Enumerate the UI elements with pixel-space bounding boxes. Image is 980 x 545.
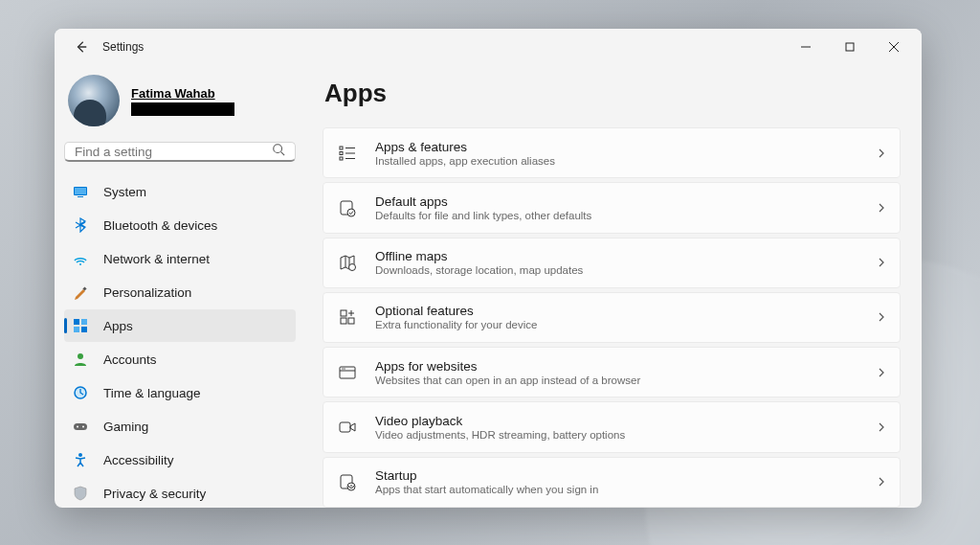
- sidebar-item-label: Accessibility: [103, 453, 174, 467]
- svg-point-39: [342, 368, 343, 369]
- svg-rect-7: [75, 188, 86, 194]
- card-text: Video playbackVideo adjustments, HDR str…: [375, 414, 859, 441]
- svg-point-9: [79, 263, 81, 265]
- apps-icon: [72, 317, 89, 334]
- minimize-icon: [801, 42, 811, 52]
- chevron-right-icon: [877, 473, 886, 490]
- svg-rect-17: [74, 423, 87, 430]
- profile-text: Fatima Wahab: [131, 86, 234, 116]
- profile-email-redacted: [131, 102, 234, 116]
- bluetooth-icon: [72, 216, 89, 234]
- settings-card-video-playback[interactable]: Video playbackVideo adjustments, HDR str…: [323, 401, 901, 452]
- sidebar-item-apps[interactable]: Apps: [64, 309, 296, 342]
- sidebar-item-personalization[interactable]: Personalization: [64, 276, 296, 308]
- card-subtitle: Extra functionality for your device: [375, 319, 859, 330]
- svg-rect-14: [81, 327, 87, 332]
- svg-rect-8: [78, 196, 83, 197]
- card-text: StartupApps that start automatically whe…: [375, 468, 859, 495]
- svg-rect-12: [81, 319, 87, 325]
- card-text: Optional featuresExtra functionality for…: [375, 304, 859, 330]
- settings-window: Settings Fatima Wahab: [55, 29, 922, 508]
- sidebar-item-time-language[interactable]: Time & language: [64, 376, 296, 409]
- back-arrow-icon: [75, 40, 88, 54]
- sidebar-item-label: Gaming: [103, 420, 148, 434]
- close-button[interactable]: [872, 33, 916, 61]
- settings-card-offline-maps[interactable]: Offline mapsDownloads, storage location,…: [323, 238, 901, 288]
- websites-icon: [337, 362, 358, 383]
- back-button[interactable]: [68, 34, 95, 60]
- card-text: Default appsDefaults for file and link t…: [375, 194, 859, 221]
- card-subtitle: Defaults for file and link types, other …: [375, 210, 859, 221]
- svg-rect-33: [341, 318, 346, 324]
- svg-point-20: [78, 453, 82, 457]
- svg-rect-34: [348, 318, 354, 324]
- svg-point-28: [347, 209, 355, 216]
- chevron-right-icon: [877, 199, 886, 216]
- sidebar-item-label: System: [103, 185, 146, 199]
- sidebar-item-network-internet[interactable]: Network & internet: [64, 242, 296, 275]
- settings-card-optional-features[interactable]: Optional featuresExtra functionality for…: [323, 292, 901, 343]
- sidebar-item-label: Privacy & security: [103, 487, 206, 501]
- settings-card-apps-features[interactable]: Apps & featuresInstalled apps, app execu…: [323, 127, 901, 178]
- sidebar-item-label: Apps: [103, 319, 133, 333]
- optional-icon: [337, 307, 358, 328]
- sidebar-item-privacy-security[interactable]: Privacy & security: [64, 477, 296, 508]
- chevron-right-icon: [877, 364, 886, 381]
- svg-rect-11: [74, 319, 79, 325]
- card-title: Apps for websites: [375, 359, 859, 374]
- startup-icon: [337, 471, 358, 492]
- svg-point-31: [349, 264, 356, 271]
- maps-icon: [337, 252, 358, 273]
- window-controls: [784, 33, 916, 61]
- sidebar-item-label: Accounts: [103, 352, 157, 367]
- video-icon: [337, 417, 358, 438]
- card-text: Apps for websitesWebsites that can open …: [375, 359, 859, 386]
- close-icon: [889, 42, 899, 52]
- settings-cards[interactable]: Apps & featuresInstalled apps, app execu…: [323, 127, 906, 508]
- privacy-icon: [72, 485, 89, 502]
- sidebar-item-bluetooth-devices[interactable]: Bluetooth & devices: [64, 209, 296, 241]
- page-title: Apps: [324, 79, 906, 108]
- settings-card-default-apps[interactable]: Default appsDefaults for file and link t…: [323, 182, 901, 233]
- sidebar-item-label: Bluetooth & devices: [103, 218, 217, 233]
- card-subtitle: Installed apps, app execution aliases: [375, 155, 859, 167]
- sidebar-item-accounts[interactable]: Accounts: [64, 343, 296, 375]
- sidebar-item-system[interactable]: System: [64, 175, 296, 208]
- settings-card-apps-for-websites[interactable]: Apps for websitesWebsites that can open …: [323, 347, 901, 397]
- svg-rect-1: [846, 43, 854, 51]
- card-title: Video playback: [375, 414, 859, 428]
- sidebar-item-label: Network & internet: [103, 252, 210, 266]
- profile-name: Fatima Wahab: [131, 86, 234, 101]
- card-text: Apps & featuresInstalled apps, app execu…: [375, 140, 859, 167]
- chevron-right-icon: [877, 145, 886, 162]
- card-title: Default apps: [375, 194, 859, 209]
- minimize-button[interactable]: [784, 33, 828, 61]
- chevron-right-icon: [877, 419, 886, 436]
- settings-card-startup[interactable]: StartupApps that start automatically whe…: [323, 457, 901, 508]
- card-title: Optional features: [375, 304, 859, 318]
- content-area: Apps Apps & featuresInstalled apps, app …: [305, 65, 922, 508]
- titlebar: Settings: [55, 29, 922, 65]
- default-apps-icon: [337, 197, 358, 218]
- card-text: Offline mapsDownloads, storage location,…: [375, 249, 859, 276]
- sidebar-item-gaming[interactable]: Gaming: [64, 410, 296, 443]
- maximize-button[interactable]: [828, 33, 872, 61]
- sidebar-item-accessibility[interactable]: Accessibility: [64, 443, 296, 476]
- time-icon: [72, 384, 89, 401]
- search-box[interactable]: [64, 142, 296, 162]
- sidebar-item-label: Personalization: [103, 285, 191, 300]
- window-title: Settings: [102, 40, 144, 54]
- avatar: [68, 75, 120, 126]
- profile-block[interactable]: Fatima Wahab: [64, 69, 296, 138]
- svg-rect-32: [341, 310, 346, 316]
- search-input[interactable]: [75, 145, 272, 159]
- svg-point-19: [82, 426, 84, 428]
- chevron-right-icon: [877, 308, 886, 326]
- card-subtitle: Downloads, storage location, map updates: [375, 264, 859, 276]
- card-subtitle: Apps that start automatically when you s…: [375, 484, 859, 495]
- system-icon: [72, 183, 89, 200]
- svg-point-40: [344, 368, 345, 369]
- svg-rect-41: [340, 422, 350, 432]
- nav-list: SystemBluetooth & devicesNetwork & inter…: [64, 175, 296, 508]
- svg-rect-23: [340, 157, 343, 160]
